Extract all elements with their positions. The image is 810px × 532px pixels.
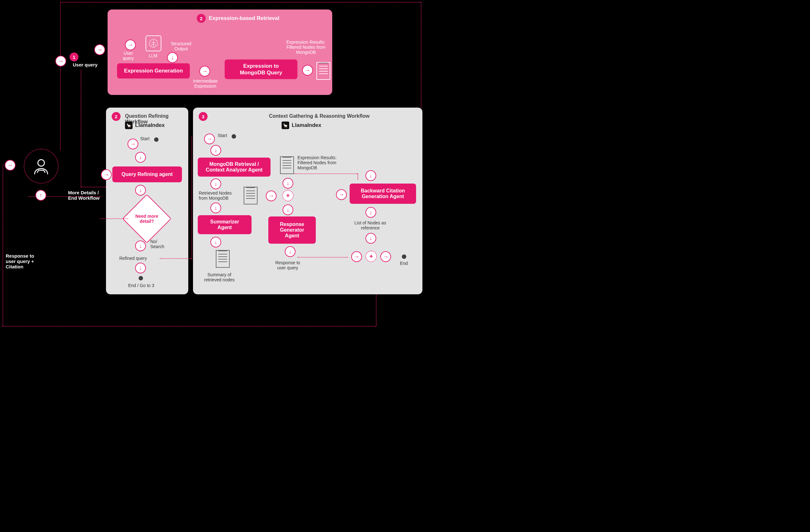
llamaindex-badge: 🦙 LlamaIndex [281, 122, 322, 129]
list-nodes-label: List of Nodes as reference [354, 220, 386, 230]
user-icon [24, 149, 59, 183]
structured-output-label: Structured Output [171, 41, 191, 51]
route-line [60, 2, 421, 2]
llama-icon: 🦙 [125, 122, 133, 129]
end-node [402, 255, 406, 259]
route-backward-top [294, 174, 358, 174]
expression-generation-box: Expression Generation [117, 63, 190, 79]
arrow-icon: ↓ [282, 178, 293, 189]
route-q-in [81, 70, 81, 187]
route-line-far-left [2, 164, 3, 326]
arrow-icon: ↓ [210, 203, 221, 213]
llm-label: LLM [149, 53, 157, 58]
mongodb-retrieval-agent: MongoDB Retrieval / Context Analyzer Age… [198, 158, 271, 177]
plus-combiner: + [282, 190, 294, 201]
expr-results-label-2: Expression Results: Filtered Nodes from … [297, 155, 337, 170]
arrow-icon: ↓ [135, 263, 146, 273]
arrow-icon: ↓ [167, 52, 178, 63]
llamaindex-badge: 🦙 LlamaIndex [125, 122, 165, 129]
arrow-icon: ↓ [366, 233, 376, 244]
arrow-icon: ↓ [366, 170, 376, 181]
step-1-label: User query [73, 62, 97, 67]
arrow-icon: ↓ [135, 152, 146, 163]
arrow-icon: ↓ [366, 207, 376, 218]
step-3-badge: 3 [199, 112, 208, 121]
arrow-icon: → [94, 44, 105, 55]
context-reasoning-panel: 3 Context Gathering & Reasoning Workflow… [193, 108, 422, 294]
route-line-top-right [421, 2, 421, 108]
backward-citation-agent: Backward Citation Generation Agent [350, 183, 416, 204]
summarizer-agent: Summarizer Agent [198, 215, 252, 234]
start-node [154, 138, 159, 142]
step-1-badge: 1 [70, 52, 79, 61]
more-details-label: More Details / End Workflow [68, 190, 100, 200]
route-response-to-plus [297, 257, 348, 258]
document-icon [280, 156, 294, 174]
arrow-icon: → [125, 39, 136, 50]
step-2a-badge: 2 [197, 14, 206, 23]
arrow-icon: → [351, 251, 362, 262]
arrow-icon: → [336, 189, 347, 200]
document-icon [216, 250, 230, 268]
arrow-icon: → [5, 160, 16, 171]
document-icon [244, 187, 258, 205]
arrow-icon: → [302, 65, 313, 76]
user-query-label: User query [123, 51, 134, 61]
arrow-icon: ↓ [282, 205, 293, 215]
svg-point-0 [38, 160, 45, 166]
arrow-icon: ↓ [210, 237, 221, 247]
end-label: End [400, 261, 408, 266]
question-refining-panel: 2 Question Refining Workflow 🦙 LlamaInde… [106, 108, 188, 294]
document-icon [317, 62, 330, 80]
response-label: Response to user query [275, 260, 300, 270]
refined-query-label: Refined query [119, 256, 147, 261]
route-refined-out [160, 258, 191, 259]
query-refining-agent: Query Refining agent [112, 166, 182, 182]
response-generator-agent: Response Generator Agent [268, 216, 316, 244]
retrieved-nodes-label: Retrieved Nodes from MongoDB [199, 191, 232, 200]
end-node [139, 276, 143, 280]
arrow-icon: → [266, 191, 277, 201]
route-more-details [100, 219, 128, 219]
arrow-icon: → [199, 66, 210, 77]
expression-to-mongo-box: Expression to MongoDB Query [225, 60, 297, 79]
arrow-icon: ↓ [285, 246, 295, 257]
route-line-bottom [2, 326, 376, 327]
arrow-icon: ↓ [210, 145, 221, 156]
expression-retrieval-panel: 2 Expression-based Retrieval → User quer… [108, 10, 332, 95]
end-label: End / Go to 3 [128, 283, 155, 288]
route-q-in-h [81, 187, 106, 187]
route-refined-to-c [191, 136, 192, 259]
arrow-icon: → [128, 139, 138, 149]
intermediate-label: Intermediate Expression [193, 79, 218, 88]
start-label: Start [218, 133, 227, 138]
route-line [60, 2, 61, 150]
summary-label: Summary of retrieved nodes [204, 272, 235, 282]
llama-icon: 🦙 [281, 122, 289, 129]
arrow-icon: → [101, 169, 112, 180]
brain-icon [146, 35, 161, 51]
start-node [232, 134, 236, 139]
arrow-icon: → [55, 56, 66, 66]
arrow-icon: → [204, 133, 215, 144]
step-2b-badge: 2 [112, 112, 120, 121]
panel-title: Context Gathering & Reasoning Workflow [269, 113, 370, 119]
person-icon [31, 156, 51, 176]
arrow-icon: → [380, 251, 391, 262]
arrow-icon: ↓ [135, 241, 146, 251]
panel-title: Expression-based Retrieval [209, 15, 279, 21]
no-search-label: No/ Search [150, 239, 164, 249]
response-citation-label: Response to user query + Citation [6, 253, 34, 269]
decision-need-more-detail: Need more detail? [122, 194, 172, 243]
plus-combiner: + [366, 251, 377, 262]
arrow-icon: ↓ [135, 185, 146, 196]
arrow-icon: ↑ [35, 190, 46, 200]
arrow-icon: ↓ [210, 178, 221, 189]
start-label: Start [140, 136, 150, 141]
route-backward-v [358, 174, 358, 180]
expr-results-label: Expression Results: Filtered Nodes from … [286, 39, 326, 55]
